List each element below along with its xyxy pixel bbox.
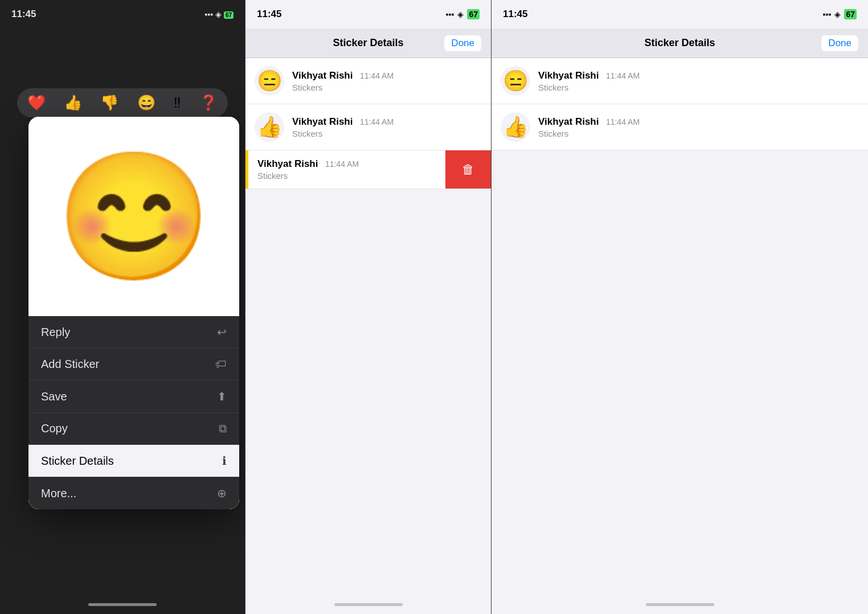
status-icons-2: ▪▪▪ ◈ 67	[446, 9, 480, 19]
home-indicator-2	[245, 595, 491, 614]
sticker-avatar-p3-2: 👍	[501, 112, 530, 142]
signal-icon-3: ▪▪▪	[823, 10, 832, 19]
sticker-avatar-p3-1: 😑	[501, 66, 530, 96]
wifi-icon: ◈	[215, 10, 224, 19]
panel-sticker-details-2: 11:45 ▪▪▪ ◈ 67 Sticker Details Done 😑 Vi…	[491, 0, 868, 614]
sticker-avatar-1: 😑	[255, 66, 284, 96]
menu-item-sticker-details[interactable]: Sticker Details ℹ	[28, 445, 239, 477]
emoji-preview: 😊	[28, 117, 239, 316]
sticker-sender-3: Vikhyat Rishi	[257, 158, 318, 169]
home-bar-2	[334, 603, 403, 606]
sticker-name-row-p3-2: Vikhyat Rishi 11:44 AM	[538, 116, 859, 128]
sticker-info-2: Vikhyat Rishi 11:44 AM Stickers	[292, 116, 482, 138]
status-bar-panel3: 11:45 ▪▪▪ ◈ 67	[492, 0, 868, 28]
sticker-sender-2: Vikhyat Rishi	[292, 116, 353, 127]
reaction-question[interactable]: ❓	[199, 94, 218, 112]
reply-icon: ↩	[217, 325, 227, 339]
status-bar-panel2: 11:45 ▪▪▪ ◈ 67	[245, 0, 491, 28]
nav-bar-panel3: Sticker Details Done	[492, 28, 868, 58]
menu-item-reply[interactable]: Reply ↩	[28, 316, 239, 349]
sticker-time-1: 11:44 AM	[360, 71, 394, 80]
sticker-time-p3-1: 11:44 AM	[606, 71, 640, 80]
foreground: 11:45 ▪▪▪ ◈ 67 ❤️ 👍 👎 😄 ‼️ ❓ 😊	[0, 0, 245, 614]
sticker-item-3-content: Vikhyat Rishi 11:44 AM Stickers	[245, 150, 445, 189]
nav-bar-panel2: Sticker Details Done	[245, 28, 491, 58]
sticker-sender-p3-2: Vikhyat Rishi	[538, 116, 599, 127]
done-button-2[interactable]: Done	[444, 35, 482, 52]
menu-item-add-sticker[interactable]: Add Sticker 🏷	[28, 349, 239, 380]
sticker-emoji-1: 😑	[257, 69, 282, 93]
menu-label-more: More...	[41, 487, 76, 500]
sticker-info-3: Vikhyat Rishi 11:44 AM Stickers	[257, 158, 436, 181]
menu-item-copy[interactable]: Copy ⧉	[28, 413, 239, 445]
status-time-1: 11:45	[11, 9, 36, 20]
sticker-type-3: Stickers	[257, 171, 436, 181]
sticker-time-2: 11:44 AM	[360, 117, 394, 126]
panel3-content: 11:45 ▪▪▪ ◈ 67 Sticker Details Done 😑 Vi…	[492, 0, 868, 614]
battery-badge-1: 67	[224, 11, 234, 19]
reaction-thumbsup[interactable]: 👍	[64, 94, 82, 112]
reaction-bar[interactable]: ❤️ 👍 👎 😄 ‼️ ❓	[17, 88, 228, 117]
home-bar-1	[88, 603, 157, 606]
sticker-name-row-p3-1: Vikhyat Rishi 11:44 AM	[538, 70, 859, 81]
sticker-item-2: 👍 Vikhyat Rishi 11:44 AM Stickers	[245, 104, 491, 150]
nav-title-2: Sticker Details	[333, 37, 403, 49]
menu-list: Reply ↩ Add Sticker 🏷 Save ⬆ Copy ⧉ Stic…	[28, 316, 239, 509]
more-icon: ⊕	[217, 486, 227, 500]
context-card: 😊 Reply ↩ Add Sticker 🏷 Save ⬆ Copy	[28, 117, 239, 509]
sticker-name-row-2: Vikhyat Rishi 11:44 AM	[292, 116, 482, 128]
menu-label-save: Save	[41, 390, 67, 403]
sticker-item-p3-1: 😑 Vikhyat Rishi 11:44 AM Stickers	[492, 58, 868, 104]
sticker-info-p3-2: Vikhyat Rishi 11:44 AM Stickers	[538, 116, 859, 138]
menu-item-save[interactable]: Save ⬆	[28, 380, 239, 413]
status-icons-1: ▪▪▪ ◈ 67	[204, 10, 234, 19]
sticker-type-p3-2: Stickers	[538, 129, 859, 138]
delete-button[interactable]: 🗑	[445, 150, 491, 189]
done-button-3[interactable]: Done	[821, 35, 859, 52]
sticker-emoji-p3-2: 👍	[503, 115, 529, 139]
reaction-exclaim[interactable]: ‼️	[174, 94, 181, 112]
panel2-content: 11:45 ▪▪▪ ◈ 67 Sticker Details Done 😑 Vi…	[245, 0, 491, 614]
sticker-time-p3-2: 11:44 AM	[606, 117, 640, 126]
sticker-info-p3-1: Vikhyat Rishi 11:44 AM Stickers	[538, 70, 859, 92]
nav-title-3: Sticker Details	[644, 37, 715, 49]
sticker-name-row-1: Vikhyat Rishi 11:44 AM	[292, 70, 482, 81]
home-indicator-1	[0, 595, 245, 614]
sticker-name-row-3: Vikhyat Rishi 11:44 AM	[257, 158, 436, 170]
reaction-heart[interactable]: ❤️	[27, 94, 46, 112]
reaction-haha[interactable]: 😄	[137, 94, 155, 112]
sticker-type-p3-1: Stickers	[538, 83, 859, 92]
sticker-item-1: 😑 Vikhyat Rishi 11:44 AM Stickers	[245, 58, 491, 104]
menu-label-reply: Reply	[41, 326, 70, 339]
reaction-thumbsdown[interactable]: 👎	[100, 94, 118, 112]
wifi-icon-2: ◈	[457, 10, 464, 19]
menu-label-sticker-details: Sticker Details	[41, 455, 114, 468]
status-icons-3: ▪▪▪ ◈ 67	[823, 9, 857, 19]
status-time-2: 11:45	[257, 9, 281, 20]
save-icon: ⬆	[217, 390, 227, 403]
sticker-list-panel3: 😑 Vikhyat Rishi 11:44 AM Stickers 👍	[492, 58, 868, 595]
swipe-accent	[245, 150, 248, 189]
menu-label-add-sticker: Add Sticker	[41, 358, 99, 371]
trash-icon: 🗑	[462, 162, 474, 177]
status-time-3: 11:45	[503, 9, 527, 20]
sticker-emoji-2: 👍	[257, 115, 282, 139]
sticker-sender-p3-1: Vikhyat Rishi	[538, 70, 599, 81]
menu-label-copy: Copy	[41, 422, 68, 435]
emoji-large: 😊	[56, 154, 212, 279]
panel-context-menu: 11:45 ▪▪▪ ◈ 67 ❤️ 👍 👎 😄 ‼️ ❓ 😊	[0, 0, 245, 614]
menu-item-more[interactable]: More... ⊕	[28, 477, 239, 509]
info-icon: ℹ	[222, 454, 227, 468]
sticker-sender-1: Vikhyat Rishi	[292, 70, 353, 81]
home-indicator-3	[492, 595, 868, 614]
home-bar-3	[646, 603, 714, 606]
signal-icon-2: ▪▪▪	[446, 10, 455, 19]
sticker-item-p3-2: 👍 Vikhyat Rishi 11:44 AM Stickers	[492, 104, 868, 150]
battery-2: 67	[467, 9, 480, 19]
add-sticker-icon: 🏷	[215, 358, 227, 371]
sticker-info-1: Vikhyat Rishi 11:44 AM Stickers	[292, 70, 482, 92]
sticker-avatar-2: 👍	[255, 112, 284, 142]
sticker-item-3-swipe[interactable]: Vikhyat Rishi 11:44 AM Stickers 🗑	[245, 150, 491, 189]
sticker-type-1: Stickers	[292, 83, 482, 92]
copy-icon: ⧉	[219, 422, 227, 435]
